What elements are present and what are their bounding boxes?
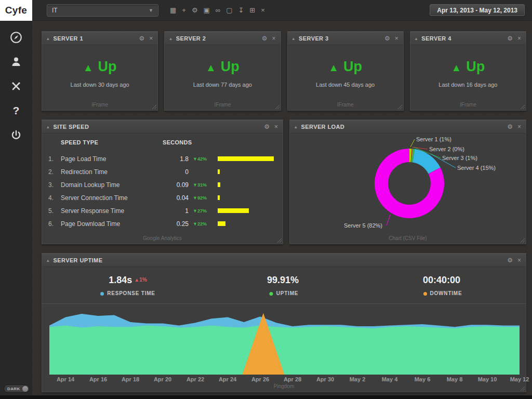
widget-title: SERVER UPTIME bbox=[54, 257, 103, 263]
widget-source: IFrame bbox=[165, 102, 280, 108]
donut-label: Server 2 (0%) bbox=[429, 146, 464, 152]
collapse-icon[interactable]: ▴ bbox=[47, 258, 49, 263]
widget-close-icon[interactable]: × bbox=[149, 35, 153, 42]
value-bar bbox=[218, 169, 220, 174]
widget-title: SERVER 1 bbox=[54, 35, 83, 42]
change-percent: ▼22% bbox=[189, 221, 218, 227]
value-bar bbox=[218, 182, 220, 187]
sidebar-item-settings[interactable] bbox=[8, 79, 24, 94]
widget-source: IFrame bbox=[288, 102, 403, 108]
collapse-icon[interactable]: ▴ bbox=[292, 36, 295, 41]
donut-label: Server 3 (1%) bbox=[442, 155, 477, 161]
widget-close-icon[interactable]: × bbox=[272, 35, 275, 42]
server-widget: ▴SERVER 2⚙×▲UpLast down 77 days agoIFram… bbox=[164, 31, 281, 111]
grid-icon[interactable]: ▦ bbox=[170, 7, 176, 14]
add-widget-icon[interactable]: + bbox=[182, 7, 186, 14]
sidebar-item-power[interactable] bbox=[8, 128, 24, 142]
leader-line bbox=[410, 139, 415, 147]
widget-close-icon[interactable]: × bbox=[395, 35, 398, 42]
date-range-button[interactable]: Apr 13, 2013 - May 12, 2013 bbox=[430, 4, 525, 16]
widget-settings-icon[interactable]: ⚙ bbox=[264, 124, 270, 130]
table-header: SPEED TYPE SECONDS bbox=[42, 134, 283, 152]
seconds-value: 1 bbox=[163, 207, 189, 215]
uptime-area bbox=[49, 326, 520, 375]
x-axis-label: Apr 22 bbox=[187, 376, 204, 382]
seconds-value: 0.09 bbox=[163, 181, 189, 189]
server-status: ▲Up bbox=[410, 59, 526, 75]
x-axis-label: Apr 14 bbox=[57, 376, 74, 382]
divider bbox=[42, 303, 526, 304]
table-row: 5.Server Response Time1▼27% bbox=[42, 204, 283, 217]
up-arrow-icon: ▲ bbox=[451, 62, 461, 73]
collapse-icon[interactable]: ▴ bbox=[415, 36, 418, 41]
row-number: 1. bbox=[48, 155, 61, 163]
link-icon[interactable]: ∞ bbox=[216, 7, 220, 14]
stat-change: ▲1% bbox=[134, 277, 147, 283]
collapse-icon[interactable]: ▴ bbox=[47, 36, 49, 41]
widget-close-icon[interactable]: × bbox=[517, 35, 521, 42]
duplicate-icon[interactable]: ⊞ bbox=[249, 7, 255, 14]
speed-type-label: Domain Lookup Time bbox=[61, 181, 163, 189]
widget-close-icon[interactable]: × bbox=[274, 124, 278, 130]
speed-type-label: Server Response Time bbox=[61, 207, 163, 215]
image-icon[interactable]: ▣ bbox=[204, 7, 210, 14]
stat-response-time: 1.84s▲1% RESPONSE TIME bbox=[94, 275, 162, 296]
widget-source: Google Analytics bbox=[42, 235, 283, 241]
change-percent: ▼27% bbox=[189, 208, 218, 214]
server-widget: ▴SERVER 1⚙×▲UpLast down 30 days agoIFram… bbox=[42, 31, 158, 111]
value-bar bbox=[218, 156, 274, 161]
collapse-icon[interactable]: ▴ bbox=[295, 124, 297, 129]
change-percent: ▼92% bbox=[189, 195, 218, 201]
legend-dot bbox=[423, 292, 427, 296]
topbar: Cyfe IT ▼ ▦+⚙▣∞▢↧⊞× Apr 13, 2013 - May 1… bbox=[0, 0, 532, 21]
widget-title: SERVER 4 bbox=[421, 35, 451, 42]
x-axis-label: Apr 20 bbox=[154, 376, 171, 382]
widget-close-icon[interactable]: × bbox=[517, 124, 521, 130]
dashboard-select[interactable]: IT ▼ bbox=[47, 4, 158, 17]
collapse-icon[interactable]: ▴ bbox=[47, 124, 49, 129]
row-number: 2. bbox=[48, 168, 61, 176]
table-row: 6.Page Download Time0.25▼22% bbox=[42, 217, 283, 230]
widget-header: ▴ SERVER LOAD ⚙ × bbox=[290, 120, 526, 134]
x-axis-label: May 10 bbox=[478, 376, 497, 382]
row-number: 6. bbox=[48, 220, 61, 228]
widget-settings-icon[interactable]: ⚙ bbox=[139, 35, 144, 42]
app-logo[interactable]: Cyfe bbox=[0, 0, 32, 21]
row-number: 3. bbox=[48, 181, 61, 189]
widget-settings-icon[interactable]: ⚙ bbox=[262, 35, 268, 42]
donut-label: Server 1 (1%) bbox=[416, 136, 451, 142]
widget-settings-icon[interactable]: ⚙ bbox=[507, 35, 513, 42]
sidebar-item-dashboard[interactable] bbox=[8, 30, 24, 45]
legend-dot bbox=[270, 292, 273, 296]
collapse-icon[interactable]: ▴ bbox=[169, 36, 172, 41]
widget-settings-icon[interactable]: ⚙ bbox=[507, 257, 513, 263]
x-axis-label: Apr 26 bbox=[251, 376, 269, 382]
x-axis-label: May 12 bbox=[510, 376, 529, 382]
legend-dot bbox=[100, 292, 104, 296]
widget-settings-icon[interactable]: ⚙ bbox=[384, 35, 390, 42]
window-bottom-edge bbox=[0, 395, 532, 399]
sidebar-item-help[interactable]: ? bbox=[8, 103, 24, 118]
stat-uptime: 99.91% UPTIME bbox=[267, 275, 301, 296]
x-axis-label: May 2 bbox=[350, 376, 366, 382]
last-down-text: Last down 30 days ago bbox=[42, 82, 157, 88]
widget-source: IFrame bbox=[42, 102, 157, 108]
widget-source: Chart (CSV File) bbox=[290, 235, 526, 241]
widget-title: SERVER 3 bbox=[299, 35, 328, 42]
x-axis-label: May 8 bbox=[447, 376, 463, 382]
widget-close-icon[interactable]: × bbox=[517, 257, 521, 263]
download-icon[interactable]: ↧ bbox=[238, 7, 244, 14]
widget-header: ▴SERVER 1⚙× bbox=[42, 32, 157, 45]
donut-chart: Server 1 (1%)Server 2 (0%)Server 3 (1%)S… bbox=[290, 134, 526, 244]
sidebar-item-users[interactable] bbox=[8, 55, 24, 69]
seconds-value: 0 bbox=[163, 168, 189, 176]
settings-icon[interactable]: ⚙ bbox=[192, 7, 198, 14]
widget-settings-icon[interactable]: ⚙ bbox=[507, 124, 513, 130]
theme-toggle[interactable]: DARK bbox=[4, 384, 30, 393]
x-axis-label: May 4 bbox=[382, 376, 398, 382]
monitor-icon[interactable]: ▢ bbox=[226, 7, 232, 14]
speed-type-label: Server Connection Time bbox=[61, 194, 163, 202]
close-icon[interactable]: × bbox=[261, 7, 265, 14]
widget-source: IFrame bbox=[410, 102, 526, 108]
widget-header: ▴SERVER 3⚙× bbox=[288, 32, 403, 45]
